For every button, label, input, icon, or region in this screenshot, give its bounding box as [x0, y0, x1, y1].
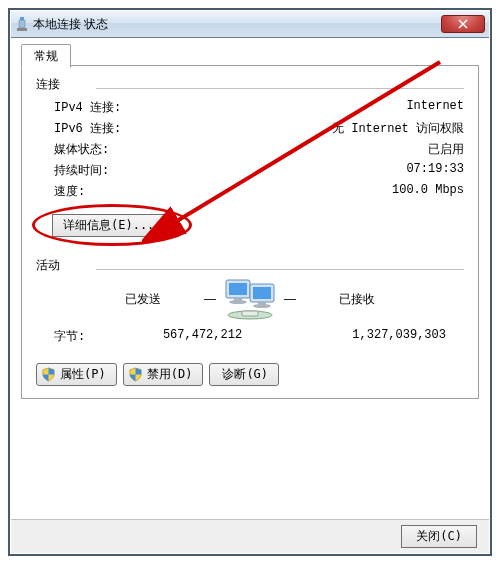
close-button[interactable]: 关闭(C): [401, 525, 477, 548]
connection-group: 连接 IPv4 连接: Internet IPv6 连接: 无 Internet…: [36, 76, 464, 241]
sent-bytes-value: 567,472,212: [92, 328, 242, 345]
tab-strip: 常规: [21, 44, 479, 66]
disable-button[interactable]: 禁用(D): [123, 363, 204, 386]
speed-label: 速度:: [54, 183, 85, 200]
ipv4-label: IPv4 连接:: [54, 99, 121, 116]
dialog-footer: 关闭(C): [11, 519, 489, 553]
received-bytes-value: 1,327,039,303: [296, 328, 446, 345]
duration-label: 持续时间:: [54, 162, 109, 179]
svg-rect-9: [253, 287, 271, 299]
tab-general[interactable]: 常规: [21, 44, 71, 68]
dash-icon: —: [278, 292, 302, 306]
speed-value: 100.0 Mbps: [392, 183, 464, 200]
close-icon: [458, 19, 468, 29]
dash-icon: —: [198, 292, 222, 306]
svg-rect-1: [19, 20, 25, 28]
bytes-label: 字节:: [54, 328, 85, 345]
diagnose-button-label: 诊断(G): [222, 366, 268, 383]
window-title: 本地连接 状态: [33, 16, 441, 33]
activity-group: 活动 已发送 —: [36, 257, 464, 345]
shield-icon: [41, 367, 56, 382]
svg-rect-0: [20, 17, 24, 20]
activity-group-label: 活动: [36, 257, 464, 274]
diagnose-button[interactable]: 诊断(G): [209, 363, 279, 386]
titlebar: 本地连接 状态: [11, 11, 489, 38]
action-button-row: 属性(P) 禁用(D) 诊断(G): [36, 363, 464, 386]
network-adapter-icon: [17, 17, 27, 31]
network-computers-icon: [222, 278, 278, 320]
ipv4-value: Internet: [406, 99, 464, 116]
disable-button-label: 禁用(D): [147, 366, 193, 383]
svg-rect-13: [242, 311, 258, 316]
ipv6-value: 无 Internet 访问权限: [332, 120, 464, 137]
svg-rect-5: [229, 283, 247, 295]
details-button[interactable]: 详细信息(E)...: [52, 214, 165, 237]
received-label: 已接收: [302, 291, 412, 308]
divider: [96, 88, 464, 89]
media-state-value: 已启用: [428, 141, 464, 158]
shield-icon: [128, 367, 143, 382]
properties-button[interactable]: 属性(P): [36, 363, 117, 386]
duration-value: 07:19:33: [406, 162, 464, 179]
tab-panel-general: 连接 IPv4 连接: Internet IPv6 连接: 无 Internet…: [21, 65, 479, 399]
properties-button-label: 属性(P): [60, 366, 106, 383]
ipv6-label: IPv6 连接:: [54, 120, 121, 137]
sent-label: 已发送: [88, 291, 198, 308]
svg-point-7: [229, 300, 247, 304]
media-state-label: 媒体状态:: [54, 141, 109, 158]
divider: [96, 269, 464, 270]
svg-rect-2: [17, 28, 27, 31]
connection-group-label: 连接: [36, 76, 464, 93]
svg-point-11: [253, 304, 271, 308]
window-close-button[interactable]: [441, 15, 485, 33]
